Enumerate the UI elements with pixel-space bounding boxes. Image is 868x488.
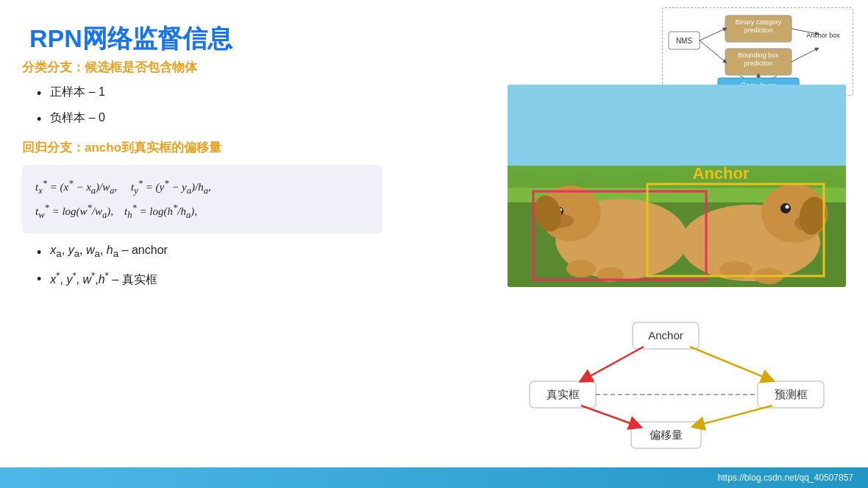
bullet-anchor-params: • xa, ya, wa, ha – anchor xyxy=(22,244,383,262)
relationship-svg: Anchor 真实框 预测框 偏移量 xyxy=(508,319,846,455)
svg-line-48 xyxy=(581,406,636,425)
svg-line-46 xyxy=(585,347,644,379)
bullet-dot-4: • xyxy=(37,270,41,289)
svg-text:Binary category: Binary category xyxy=(736,18,782,26)
formula-line-2: tw* = log(w*/wa), th* = log(h*/ha), xyxy=(35,199,369,224)
truth-node-label: 真实框 xyxy=(547,388,580,400)
svg-point-34 xyxy=(780,203,791,213)
dog-image-area: Anchor xyxy=(508,85,846,287)
bottom-bar: https://blog.csdn.net/qq_40507857 xyxy=(0,467,868,488)
svg-line-49 xyxy=(697,406,772,425)
svg-text:prediction: prediction xyxy=(744,60,772,67)
top-right-diagram: Binary category prediction Bounding box … xyxy=(662,7,853,96)
positive-sample-text: 正样本 – 1 xyxy=(50,85,105,100)
anchor-params-text: xa, ya, wa, ha – anchor xyxy=(50,244,168,259)
svg-text:prediction: prediction xyxy=(744,26,772,34)
anchor-node-label: Anchor xyxy=(648,329,683,342)
regression-label: 回归分支：ancho到真实框的偏移量 xyxy=(22,139,383,156)
svg-line-12 xyxy=(700,40,725,62)
slide-container: RPN网络监督信息 分类分支：候选框是否包含物体 • 正样本 – 1 • 负样本… xyxy=(0,0,868,488)
svg-line-14 xyxy=(791,49,817,62)
bullet-dot-3: • xyxy=(37,244,41,262)
predict-node-label: 预测框 xyxy=(775,388,808,400)
bullet-positive: • 正样本 – 1 xyxy=(22,85,383,103)
bullet-dot-1: • xyxy=(37,85,41,103)
bullet-gt-params: • x*, y*, w*,h* – 真实框 xyxy=(22,270,383,289)
anchor-image-label: Anchor xyxy=(693,164,750,183)
left-panel: 分类分支：候选框是否包含物体 • 正样本 – 1 • 负样本 – 0 回归分支：… xyxy=(22,59,383,296)
svg-text:Bounding box: Bounding box xyxy=(738,52,779,59)
dog-image-svg: Anchor xyxy=(508,85,846,287)
svg-text:NMS: NMS xyxy=(676,37,693,45)
offset-node-label: 偏移量 xyxy=(650,428,683,441)
formula-box: tx* = (x* − xa)/wa, ty* = (y* − ya)/ha, … xyxy=(22,165,383,233)
bullet-dot-2: • xyxy=(37,110,41,129)
classification-label: 分类分支：候选框是否包含物体 xyxy=(22,59,383,76)
footer-url: https://blog.csdn.net/qq_40507857 xyxy=(718,473,853,483)
formula-line-1: tx* = (x* − xa)/wa, ty* = (y* − ya)/ha, xyxy=(35,175,369,199)
gt-params-text: x*, y*, w*,h* – 真实框 xyxy=(50,270,157,288)
bullet-negative: • 负样本 – 0 xyxy=(22,110,383,129)
svg-line-11 xyxy=(700,29,725,40)
svg-point-29 xyxy=(566,260,596,277)
negative-sample-text: 负样本 – 0 xyxy=(50,110,105,126)
svg-line-47 xyxy=(690,347,769,379)
bottom-diagram: Anchor 真实框 预测框 偏移量 xyxy=(508,319,846,451)
svg-point-35 xyxy=(786,205,789,209)
architecture-svg: Binary category prediction Bounding box … xyxy=(663,8,854,96)
